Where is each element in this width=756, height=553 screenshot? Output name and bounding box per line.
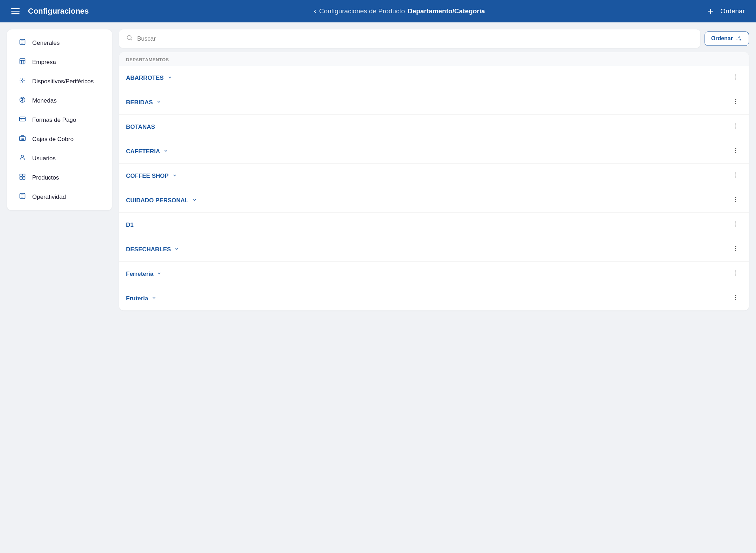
chevron-down-icon[interactable]: [172, 173, 177, 179]
dept-item-coffee-shop[interactable]: COFFEE SHOP: [119, 164, 749, 188]
header-order-button[interactable]: Ordenar: [720, 7, 745, 15]
more-options-icon[interactable]: [729, 195, 742, 206]
sidebar-item-label-formas-pago: Formas de Pago: [32, 117, 76, 124]
breadcrumb: ‹ Configuraciones de Producto Departamen…: [99, 7, 699, 16]
sidebar-item-label-productos: Productos: [32, 174, 59, 181]
search-bar: [119, 29, 700, 48]
svg-point-38: [735, 273, 736, 274]
more-options-icon[interactable]: [729, 293, 742, 304]
svg-point-34: [735, 246, 736, 247]
departments-list: DEPARTAMENTOS ABARROTESBEBIDASBOTANASCAF…: [119, 52, 749, 310]
sidebar-item-formas-pago[interactable]: Formas de Pago: [10, 111, 109, 129]
chevron-down-icon[interactable]: [157, 271, 162, 277]
dept-item-cafeteria[interactable]: CAFETERIA: [119, 139, 749, 164]
svg-point-31: [735, 222, 736, 223]
more-options-icon[interactable]: [729, 170, 742, 182]
svg-point-21: [735, 128, 736, 129]
svg-point-30: [735, 201, 736, 202]
dept-item-left: CAFETERIA: [126, 148, 168, 155]
sidebar-item-label-generales: Generales: [32, 40, 59, 47]
dept-name-bebidas: BEBIDAS: [126, 99, 153, 106]
svg-rect-7: [20, 174, 22, 177]
dept-name-botanas: BOTANAS: [126, 124, 155, 131]
svg-rect-5: [20, 136, 26, 141]
sort-button[interactable]: Ordenar ↓AZ: [705, 31, 749, 46]
more-options-icon[interactable]: [729, 72, 742, 84]
dept-item-ferreteria[interactable]: Ferreteria: [119, 262, 749, 286]
svg-point-6: [21, 155, 24, 158]
more-options-icon[interactable]: [729, 244, 742, 255]
chevron-down-icon[interactable]: [192, 197, 197, 203]
dept-name-coffee-shop: COFFEE SHOP: [126, 173, 169, 180]
more-options-icon[interactable]: [729, 146, 742, 157]
sidebar-item-monedas[interactable]: Monedas: [10, 91, 109, 110]
dept-item-abarrotes[interactable]: ABARROTES: [119, 66, 749, 90]
svg-rect-4: [20, 117, 26, 121]
add-button[interactable]: +: [708, 6, 713, 16]
dept-name-cafeteria: CAFETERIA: [126, 148, 160, 155]
sidebar-item-label-monedas: Monedas: [32, 97, 57, 104]
svg-point-15: [735, 79, 736, 80]
chevron-down-icon[interactable]: [163, 148, 168, 154]
departments-section-header: DEPARTAMENTOS: [119, 52, 749, 66]
operativity-icon: [18, 192, 27, 201]
sidebar-item-generales[interactable]: Generales: [10, 34, 109, 52]
svg-point-19: [735, 124, 736, 125]
tag-icon: [18, 38, 27, 47]
sidebar-item-dispositivos[interactable]: Dispositivos/Periféricos: [10, 72, 109, 91]
svg-point-37: [735, 271, 736, 272]
more-options-icon[interactable]: [729, 219, 742, 231]
breadcrumb-parent: Configuraciones de Producto: [319, 7, 405, 15]
sidebar-item-label-cajas-cobro: Cajas de Cobro: [32, 136, 74, 143]
dept-item-left: Fruteria: [126, 295, 156, 302]
dept-item-left: ABARROTES: [126, 75, 172, 82]
svg-point-29: [735, 199, 736, 200]
sidebar-item-cajas-cobro[interactable]: Cajas de Cobro: [10, 130, 109, 148]
dept-item-cuidado-personal[interactable]: CUIDADO PERSONAL: [119, 188, 749, 213]
sort-button-label: Ordenar: [711, 35, 733, 42]
dept-item-botanas[interactable]: BOTANAS: [119, 115, 749, 139]
svg-rect-10: [23, 177, 25, 180]
svg-point-2: [22, 80, 23, 82]
dept-item-left: CUIDADO PERSONAL: [126, 197, 197, 204]
dept-item-fruteria[interactable]: Fruteria: [119, 286, 749, 310]
svg-point-33: [735, 226, 736, 227]
svg-point-25: [735, 173, 736, 174]
svg-point-35: [735, 248, 736, 249]
svg-point-42: [735, 299, 736, 300]
more-options-icon[interactable]: [729, 268, 742, 280]
chevron-down-icon[interactable]: [156, 99, 161, 105]
dept-name-ferreteria: Ferreteria: [126, 271, 153, 278]
menu-icon[interactable]: [11, 8, 20, 14]
sidebar-item-usuarios[interactable]: Usuarios: [10, 149, 109, 168]
chevron-down-icon[interactable]: [152, 295, 156, 301]
dept-item-desechables[interactable]: DESECHABLES: [119, 237, 749, 262]
sidebar-item-operatividad[interactable]: Operatividad: [10, 188, 109, 206]
search-input[interactable]: [137, 35, 693, 42]
content-area: Ordenar ↓AZ DEPARTAMENTOS ABARROTESBEBID…: [112, 22, 756, 553]
breadcrumb-current: Departamento/Categoría: [408, 7, 485, 15]
chevron-down-icon[interactable]: [167, 75, 172, 81]
more-options-icon[interactable]: [729, 121, 742, 133]
sidebar-item-empresa[interactable]: Empresa: [10, 53, 109, 71]
dept-item-bebidas[interactable]: BEBIDAS: [119, 90, 749, 115]
svg-point-17: [735, 101, 736, 102]
svg-rect-8: [23, 174, 25, 177]
svg-point-22: [735, 148, 736, 149]
dept-item-d1[interactable]: D1: [119, 213, 749, 237]
svg-point-27: [735, 177, 736, 178]
dept-item-left: COFFEE SHOP: [126, 173, 177, 180]
svg-point-40: [735, 295, 736, 296]
sidebar-item-productos[interactable]: Productos: [10, 168, 109, 187]
svg-point-13: [735, 75, 736, 76]
sidebar-item-label-operatividad: Operatividad: [32, 194, 66, 201]
svg-point-26: [735, 175, 736, 176]
breadcrumb-back-icon[interactable]: ‹: [314, 7, 316, 16]
more-options-icon[interactable]: [729, 97, 742, 108]
sort-icon: ↓AZ: [736, 35, 742, 42]
dept-item-left: D1: [126, 222, 134, 229]
chevron-down-icon[interactable]: [174, 246, 179, 252]
payment-icon: [18, 115, 27, 124]
svg-point-14: [735, 77, 736, 78]
dept-item-left: Ferreteria: [126, 271, 162, 278]
